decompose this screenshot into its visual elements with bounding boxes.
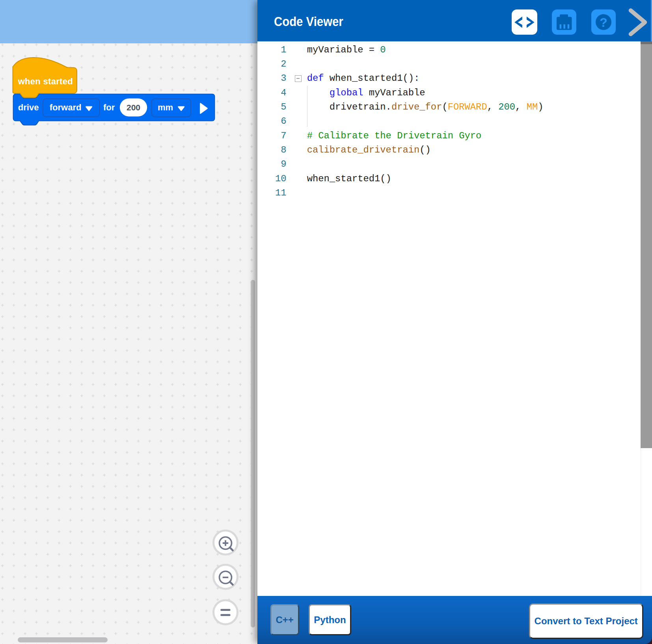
svg-text:mm: mm [158,102,173,112]
svg-text:?: ? [600,15,607,30]
svg-text:200: 200 [127,103,140,112]
svg-text:drive: drive [18,102,39,112]
svg-text:when started: when started [18,76,73,86]
svg-text:forward: forward [50,102,82,112]
svg-text:for: for [103,102,115,112]
